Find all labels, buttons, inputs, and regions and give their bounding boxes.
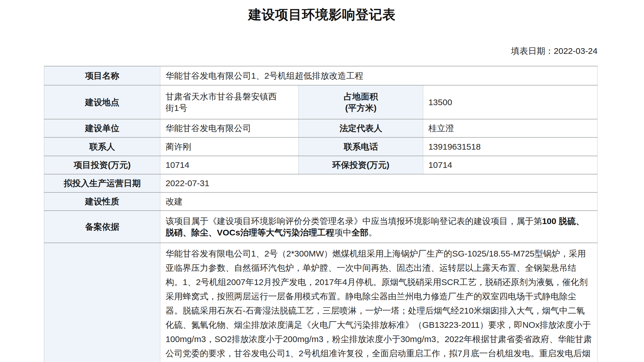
phone-label: 联系电话 [299, 137, 423, 156]
builder-value: 华能甘谷发电有限公司 [160, 119, 299, 137]
row-builder-legalrep: 建设单位 华能甘谷发电有限公司 法定代表人 桂立澄 [44, 119, 598, 137]
row-construction-nature: 建设性质 改建 [44, 192, 598, 211]
filing-basis-text-mid: 项中 [334, 228, 351, 237]
fill-date: 填表日期：2022-03-24 [44, 47, 598, 55]
form-content: 填表日期：2022-03-24 项目名称 华能甘谷发电有限公司1、2号机组超低排… [44, 47, 598, 362]
construction-nature-value: 改建 [160, 192, 598, 211]
filing-basis-value: 该项目属于《建设项目环境影响评价分类管理名录》中应当填报环境影响登记表的建设项目… [160, 211, 598, 243]
area-label-line2: (平方米) [301, 102, 420, 114]
phone-value: 13919631518 [423, 137, 597, 156]
row-project-description: 华能甘谷发有限电公司1、2号（2*300MW）燃煤机组采用上海锅炉厂生产的SG-… [44, 243, 598, 362]
env-investment-value: 10714 [423, 156, 597, 174]
filing-basis-text-bold2: 全部 [351, 228, 368, 237]
construction-nature-label: 建设性质 [44, 192, 160, 211]
legal-rep-label: 法定代表人 [299, 119, 423, 137]
area-value: 13500 [423, 85, 597, 119]
page-title: 建设项目环境影响登记表 [0, 0, 644, 22]
contact-value: 蔺许刚 [160, 137, 299, 156]
builder-label: 建设单位 [44, 119, 160, 137]
operation-date-label: 拟投入生产运营日期 [44, 174, 160, 192]
contact-label: 联系人 [44, 137, 160, 156]
filing-basis-text-end: 。 [368, 228, 377, 237]
area-label-line1: 占地面积 [301, 91, 420, 102]
location-label: 建设地点 [44, 85, 160, 119]
project-name-value: 华能甘谷发电有限公司1、2号机组超低排放改造工程 [160, 66, 598, 85]
env-investment-label: 环保投资(万元) [299, 156, 423, 174]
row-filing-basis: 备案依据 该项目属于《建设项目环境影响评价分类管理名录》中应当填报环境影响登记表… [44, 211, 598, 243]
row-project-name: 项目名称 华能甘谷发电有限公司1、2号机组超低排放改造工程 [44, 66, 598, 85]
filing-basis-label: 备案依据 [44, 211, 160, 243]
filing-basis-text-pre: 该项目属于《建设项目环境影响评价分类管理名录》中应当填报环境影响登记表的建设项目… [165, 216, 542, 226]
investment-value: 10714 [160, 156, 299, 174]
environmental-registration-form-page: { "page": { "title": "建设项目环境影响登记表", "fil… [0, 0, 644, 362]
project-name-label: 项目名称 [44, 66, 160, 85]
area-label: 占地面积 (平方米) [299, 85, 423, 119]
row-location-area: 建设地点 甘肃省天水市甘谷县磐安镇西街1号 占地面积 (平方米) 13500 [44, 85, 598, 119]
location-value: 甘肃省天水市甘谷县磐安镇西街1号 [160, 85, 299, 119]
legal-rep-value: 桂立澄 [423, 119, 597, 137]
project-description-label [44, 243, 160, 362]
row-operation-date: 拟投入生产运营日期 2022-07-31 [44, 174, 598, 192]
registration-table: 项目名称 华能甘谷发电有限公司1、2号机组超低排放改造工程 建设地点 甘肃省天水… [44, 66, 598, 362]
row-investment: 项目投资(万元) 10714 环保投资(万元) 10714 [44, 156, 598, 174]
project-description-value: 华能甘谷发有限电公司1、2号（2*300MW）燃煤机组采用上海锅炉厂生产的SG-… [160, 243, 598, 362]
row-contact-phone: 联系人 蔺许刚 联系电话 13919631518 [44, 137, 598, 156]
operation-date-value: 2022-07-31 [160, 174, 598, 192]
investment-label: 项目投资(万元) [44, 156, 160, 174]
